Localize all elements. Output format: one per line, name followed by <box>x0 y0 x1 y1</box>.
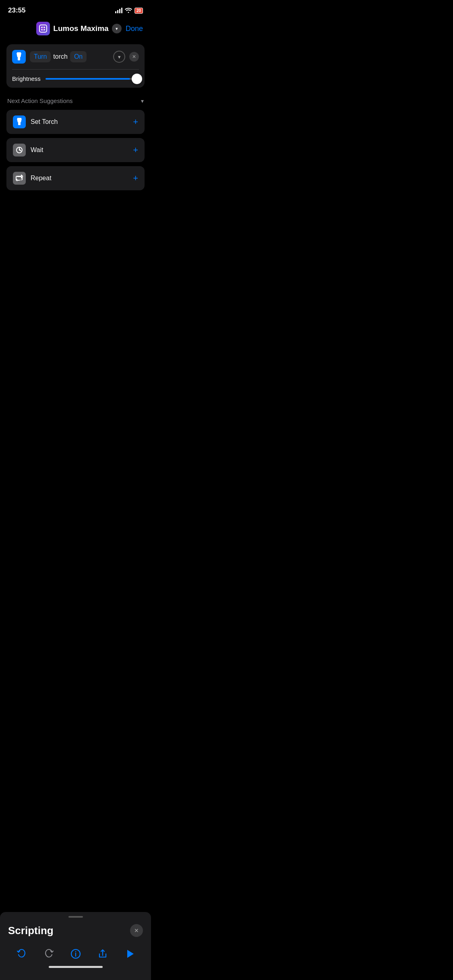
svg-rect-3 <box>17 52 21 54</box>
wait-label: Wait <box>31 146 43 154</box>
svg-rect-5 <box>17 118 21 119</box>
status-time: 23:55 <box>8 6 25 14</box>
brightness-label: Brightness <box>12 75 41 82</box>
suggestion-repeat[interactable]: Repeat + <box>6 166 145 190</box>
set-torch-icon <box>13 115 26 128</box>
svg-rect-2 <box>18 57 20 60</box>
wait-icon <box>13 144 26 156</box>
repeat-label: Repeat <box>31 175 52 182</box>
action-tokens: Turn torch On ▾ <box>30 51 125 63</box>
app-name: Lumos Maxima <box>53 24 108 33</box>
suggestion-left: Set Torch <box>13 115 58 128</box>
add-repeat-button[interactable]: + <box>133 174 138 183</box>
svg-rect-4 <box>18 122 21 125</box>
status-icons: 20 <box>115 7 143 14</box>
signal-bars-icon <box>115 8 122 13</box>
wifi-icon <box>125 7 132 14</box>
app-dropdown-button[interactable]: ▾ <box>112 24 122 33</box>
done-button[interactable]: Done <box>126 25 143 33</box>
suggestions-chevron-icon[interactable]: ▾ <box>141 98 144 104</box>
main-content: Turn torch On ▾ ✕ Brightness Next Action… <box>0 41 151 198</box>
set-torch-label: Set Torch <box>31 118 58 126</box>
close-action-button[interactable]: ✕ <box>129 52 139 62</box>
expand-button[interactable]: ▾ <box>113 51 125 63</box>
header-center: Lumos Maxima ▾ <box>36 22 121 35</box>
suggestions-header: Next Action Suggestions ▾ <box>6 97 145 104</box>
add-set-torch-button[interactable]: + <box>133 117 138 126</box>
action-card: Turn torch On ▾ ✕ Brightness <box>6 44 145 88</box>
repeat-icon <box>13 172 26 185</box>
header: Lumos Maxima ▾ Done <box>0 18 151 41</box>
suggestion-left: Repeat <box>13 172 52 185</box>
suggestion-left: Wait <box>13 144 43 156</box>
card-divider <box>12 69 139 70</box>
brightness-row: Brightness <box>12 75 139 82</box>
on-token[interactable]: On <box>70 51 87 62</box>
suggestion-wait[interactable]: Wait + <box>6 138 145 162</box>
brightness-slider[interactable] <box>46 78 139 80</box>
status-bar: 23:55 20 <box>0 0 151 18</box>
action-row: Turn torch On ▾ ✕ <box>12 50 139 64</box>
slider-thumb[interactable] <box>132 74 142 84</box>
app-icon <box>36 22 50 35</box>
suggestions-title: Next Action Suggestions <box>7 97 73 104</box>
torch-action-icon <box>12 50 26 64</box>
add-wait-button[interactable]: + <box>133 146 138 154</box>
suggestion-set-torch[interactable]: Set Torch + <box>6 110 145 134</box>
battery-icon: 20 <box>134 8 143 14</box>
torch-token: torch <box>53 53 68 60</box>
turn-token[interactable]: Turn <box>30 51 51 62</box>
